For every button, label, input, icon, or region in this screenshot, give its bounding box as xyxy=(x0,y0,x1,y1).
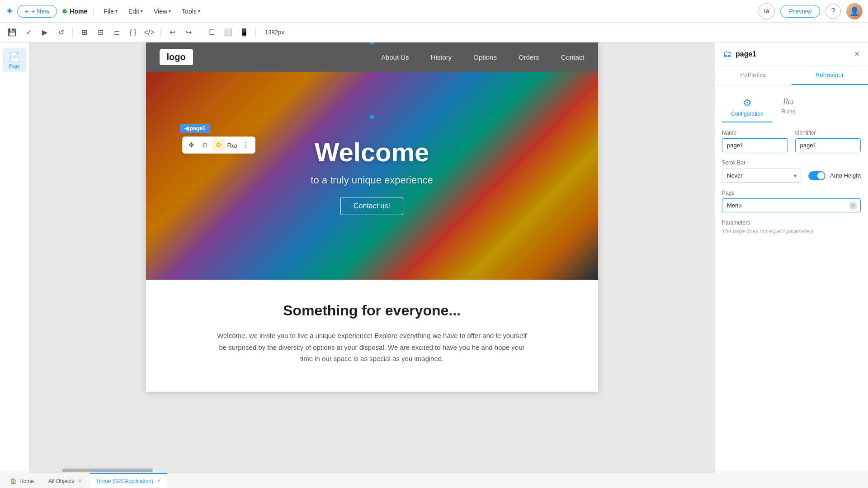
more-tool-button[interactable]: ⋮ xyxy=(240,139,252,151)
canvas-area[interactable]: ◀ page1 ✥ ⊙ ⚙ Rω ⋮ logo About Us History… xyxy=(29,42,714,488)
configuration-label: Configuration xyxy=(731,111,763,117)
app-logo-icon: ✦ xyxy=(5,5,14,17)
undo-button[interactable]: ↩ xyxy=(165,26,179,39)
code-button[interactable]: </> xyxy=(142,26,156,39)
page-icon: 📄 xyxy=(9,52,20,62)
view-chevron-icon: ▾ xyxy=(169,9,171,14)
home-app-close-button[interactable]: ✕ xyxy=(157,478,161,484)
bottom-tabs: 🏠 Home All Objects ✕ Home (B2CApplicatio… xyxy=(0,473,868,488)
toolbar-separator-4 xyxy=(255,27,256,38)
edit-menu[interactable]: Edit ▾ xyxy=(125,6,146,17)
view-menu[interactable]: View ▾ xyxy=(150,6,175,17)
config-tabs: ⚙ Configuration Rω Rules xyxy=(715,85,868,122)
handle-middle[interactable] xyxy=(370,115,374,119)
canvas-width-display: 1382px xyxy=(260,27,289,38)
content-section: Something for everyone... Welcome, we in… xyxy=(146,280,598,392)
plus-icon: + xyxy=(25,8,28,15)
tab-rules[interactable]: Rω Rules xyxy=(772,93,804,122)
identifier-input[interactable] xyxy=(795,138,861,152)
select-tool-button[interactable]: ⊙ xyxy=(199,139,212,151)
top-bar: ✦ + + New Home | File ▾ Edit ▾ View ▾ To… xyxy=(0,0,868,23)
left-sidebar: 📄 Page xyxy=(0,42,29,488)
view-label: View xyxy=(154,8,167,15)
page-canvas: ◀ page1 ✥ ⊙ ⚙ Rω ⋮ logo About Us History… xyxy=(146,42,598,392)
file-label: File xyxy=(104,8,114,15)
preview-label: Preview xyxy=(789,8,811,15)
nav-contact[interactable]: Contact xyxy=(561,53,585,61)
scroll-bar-select[interactable]: Never Always Auto xyxy=(722,169,801,183)
all-objects-close-button[interactable]: ✕ xyxy=(78,478,82,484)
tab-esthetics[interactable]: Esthetics xyxy=(715,66,792,85)
tab-home[interactable]: 🏠 Home xyxy=(4,473,40,488)
desktop-view-button[interactable]: ☐ xyxy=(205,26,218,39)
file-chevron-icon: ▾ xyxy=(115,9,118,14)
file-menu[interactable]: File ▾ xyxy=(100,6,121,17)
all-objects-tab-label: All Objects xyxy=(48,478,74,484)
nav-history[interactable]: History xyxy=(431,53,452,61)
rules-label: Rules xyxy=(781,108,795,115)
help-icon: ? xyxy=(831,7,835,15)
variables-button[interactable]: ⊏ xyxy=(110,26,123,39)
rules-icon: Rω xyxy=(783,97,794,107)
user-avatar[interactable]: 👤 xyxy=(846,3,863,19)
nav-about-us[interactable]: About Us xyxy=(381,53,409,61)
tablet-view-button[interactable]: ⬜ xyxy=(221,26,235,39)
page-input[interactable] xyxy=(722,198,861,212)
move-tool-button[interactable]: ✥ xyxy=(185,139,198,151)
layers-button[interactable]: ⊟ xyxy=(94,26,107,39)
panel-page-icon: 🗂 xyxy=(723,49,732,59)
ia-label: IA xyxy=(764,8,769,14)
hero-subtitle: to a truly unique experience xyxy=(311,174,433,186)
site-logo: logo xyxy=(160,49,193,65)
toolbar-separator-3 xyxy=(200,27,200,38)
toolbar: 💾 ✓ ▶ ↺ ⊞ ⊟ ⊏ { } </> ↩ ↪ ☐ ⬜ 📱 1382px xyxy=(0,23,868,42)
site-logo-text: logo xyxy=(167,52,186,62)
contact-us-button[interactable]: Contact us! xyxy=(340,197,403,215)
redo-button[interactable]: ↪ xyxy=(182,26,195,39)
check-button[interactable]: ✓ xyxy=(22,26,35,39)
preview-button[interactable]: Preview xyxy=(780,5,820,18)
toolbar-separator-2 xyxy=(160,27,161,38)
identifier-field-label: Identifier xyxy=(795,130,861,136)
identifier-field-group: Identifier xyxy=(795,130,861,152)
ia-button[interactable]: IA xyxy=(759,3,775,19)
edit-label: Edit xyxy=(128,8,139,15)
name-field-label: Name xyxy=(722,130,788,136)
sidebar-page-label: Page xyxy=(9,64,19,69)
auto-height-toggle[interactable] xyxy=(808,171,826,180)
parameters-label: Parameters xyxy=(722,220,861,226)
name-identifier-row: Name Identifier xyxy=(722,130,861,152)
style-button[interactable]: { } xyxy=(126,26,140,39)
home-status-dot xyxy=(62,9,67,14)
auto-height-label: Auto Height xyxy=(830,172,861,179)
sidebar-item-page[interactable]: 📄 Page xyxy=(3,48,26,72)
scroll-bar-wrap: Never Always Auto ▾ xyxy=(722,169,801,183)
tab-home-app[interactable]: Home (B2CApplication) ✕ xyxy=(90,473,167,488)
save-button[interactable]: 💾 xyxy=(5,26,19,39)
nav-options[interactable]: Options xyxy=(473,53,497,61)
settings-tool-button[interactable]: ⚙ xyxy=(212,139,225,151)
tools-menu[interactable]: Tools ▾ xyxy=(178,6,204,17)
page-field-clear-button[interactable]: ✕ xyxy=(849,202,857,210)
tab-all-objects[interactable]: All Objects ✕ xyxy=(42,473,88,488)
site-nav-links: About Us History Options Orders Contact xyxy=(381,53,585,61)
mobile-view-button[interactable]: 📱 xyxy=(237,26,251,39)
configuration-icon: ⚙ xyxy=(743,97,752,109)
panel-close-button[interactable]: ✕ xyxy=(854,50,860,58)
page-breadcrumb[interactable]: ◀ page1 xyxy=(180,124,210,133)
new-button[interactable]: + + New xyxy=(17,5,57,18)
tools-chevron-icon: ▾ xyxy=(198,9,200,14)
name-input[interactable] xyxy=(722,138,788,152)
canvas-hscroll-track[interactable] xyxy=(59,468,561,473)
run-button[interactable]: ▶ xyxy=(38,26,52,39)
topbar-right: IA Preview ? 👤 xyxy=(759,3,863,19)
canvas-hscroll-thumb[interactable] xyxy=(62,469,153,472)
new-label: + New xyxy=(31,8,49,15)
text-tool-button[interactable]: Rω xyxy=(226,139,239,151)
components-button[interactable]: ⊞ xyxy=(77,26,91,39)
nav-orders[interactable]: Orders xyxy=(519,53,539,61)
refresh-button[interactable]: ↺ xyxy=(54,26,68,39)
tab-behaviour[interactable]: Behaviour xyxy=(792,66,868,85)
help-button[interactable]: ? xyxy=(826,4,841,19)
tab-configuration[interactable]: ⚙ Configuration xyxy=(722,93,772,122)
